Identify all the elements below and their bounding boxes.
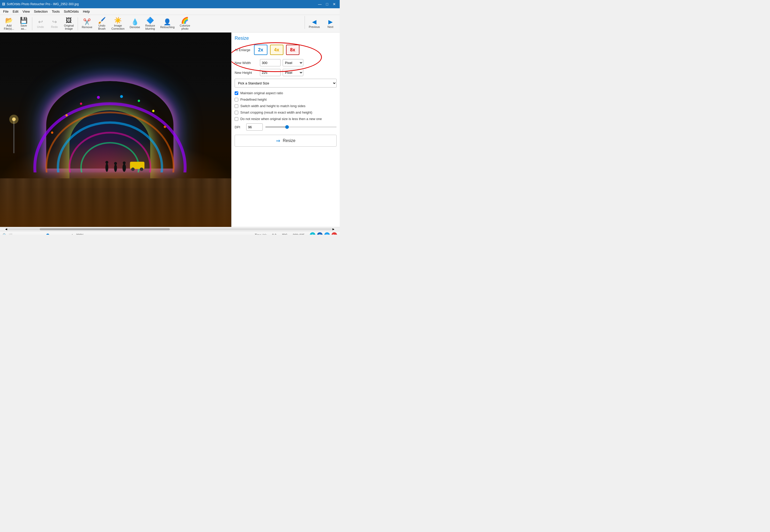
toolbar: 📂 Add File(s)... 💾 Save as... ↩ Undo ↪ R… (0, 15, 340, 33)
status-icon-left: 🔍 (3, 233, 7, 235)
checkbox-switch-sides: Switch width and height to match long si… (235, 104, 337, 108)
toolbar-sep-2 (78, 17, 78, 30)
ai-enlarge-row: AI Enlarge 2x 4x 8x (235, 45, 337, 55)
switch-sides-checkbox[interactable] (235, 104, 238, 108)
zoom-icon-square: ⬜ (9, 233, 12, 235)
add-files-button[interactable]: 📂 Add File(s)... (2, 16, 17, 31)
maintain-ratio-checkbox[interactable] (235, 91, 238, 95)
resize-action-button[interactable]: ⇒ Resize (235, 135, 337, 147)
status-icon-youtube[interactable]: ▶ (331, 232, 337, 235)
svg-point-10 (138, 100, 140, 102)
status-icon-twitter[interactable]: t (324, 232, 330, 235)
no-resize-checkbox[interactable] (235, 117, 238, 121)
time-label: Time (s): (255, 233, 267, 235)
dpi-input[interactable] (246, 123, 263, 131)
redo-button[interactable]: ↪ Redo (48, 16, 61, 31)
undo-brush-icon: 🖌️ (98, 17, 106, 23)
previous-label: Previous (309, 25, 320, 28)
menu-edit[interactable]: Edit (11, 9, 20, 14)
enlarge-4x-button[interactable]: 4x (270, 45, 283, 55)
reduce-blurring-button[interactable]: 🔷 Reduce blurring (143, 16, 157, 31)
zoom-minus[interactable]: − (14, 233, 16, 235)
undo-button[interactable]: ↩ Undo (34, 16, 47, 31)
undo-label: Undo (37, 25, 44, 28)
svg-point-21 (123, 162, 126, 164)
menu-selection[interactable]: Selection (32, 9, 50, 14)
status-icon-info[interactable]: ℹ (310, 232, 315, 235)
denoise-button[interactable]: 💧 Denoise (127, 16, 142, 31)
scroll-right-arrow[interactable]: ▶ (332, 228, 335, 231)
maximize-button[interactable]: □ (324, 1, 330, 7)
dpi-slider-thumb[interactable] (285, 125, 289, 129)
dpi-row: DPI (235, 123, 337, 131)
dpi-slider[interactable] (265, 126, 337, 128)
svg-point-6 (65, 114, 68, 116)
colorize-icon: 🌈 (181, 17, 189, 23)
svg-point-23 (131, 168, 134, 171)
redo-label: Redo (51, 25, 58, 28)
toolbar-sep-1 (32, 17, 32, 30)
save-as-button[interactable]: 💾 Save as... (17, 16, 30, 31)
status-icon-facebook[interactable]: f (317, 232, 323, 235)
svg-point-7 (80, 102, 82, 105)
menu-file[interactable]: File (1, 9, 11, 14)
toolbar-nav: ◀ Previous ▶ Next (304, 16, 338, 31)
svg-point-24 (140, 168, 143, 171)
main-area: Resize AI Enlarge 2x 4x 8x New Width Pix… (0, 33, 340, 227)
lamp-left (5, 101, 23, 169)
status-social-icons: ℹ f t ▶ (310, 232, 337, 235)
menu-view[interactable]: View (20, 9, 32, 14)
remove-button[interactable]: ✂️ Remove (80, 16, 95, 31)
add-files-label: Add File(s)... (4, 24, 14, 30)
predefined-height-checkbox[interactable] (235, 98, 238, 101)
scroll-track[interactable] (7, 228, 332, 230)
menu-help[interactable]: Help (81, 9, 92, 14)
window-title: SoftOrbits Photo Retoucher Pro - IMG_295… (7, 2, 79, 6)
next-button[interactable]: ▶ Next (323, 16, 338, 31)
previous-button[interactable]: ◀ Previous (306, 16, 322, 31)
save-as-icon: 💾 (20, 17, 28, 23)
zoom-slider[interactable] (18, 235, 69, 235)
scroll-thumb[interactable] (40, 228, 170, 230)
svg-point-16 (106, 163, 108, 172)
menu-tools[interactable]: Tools (50, 9, 62, 14)
original-image-button[interactable]: 🖼 Original Image (62, 16, 76, 31)
svg-point-11 (152, 110, 154, 112)
original-image-label: Original Image (64, 24, 74, 30)
scroll-left-arrow[interactable]: ◀ (5, 228, 7, 231)
next-icon: ▶ (328, 19, 333, 25)
minimize-button[interactable]: — (316, 1, 323, 7)
checkbox-predefined-height: Predefined height (235, 98, 337, 101)
people-silhouettes (92, 139, 150, 178)
enlarge-8x-button[interactable]: 8x (286, 45, 299, 55)
canvas-area[interactable] (0, 33, 231, 227)
smart-crop-checkbox[interactable] (235, 111, 238, 114)
height-unit-select[interactable]: Pixel Percent Inch cm (283, 69, 303, 76)
zoom-thumb[interactable] (46, 234, 49, 235)
enlarge-2x-button[interactable]: 2x (254, 45, 267, 55)
no-resize-label[interactable]: Do not resize when original size is less… (240, 117, 322, 121)
image-correction-button[interactable]: ☀️ Image Correction (109, 16, 127, 31)
colorize-photo-button[interactable]: 🌈 Colorize photo (177, 16, 192, 31)
dpi-slider-track (265, 126, 287, 128)
svg-point-19 (114, 162, 117, 165)
smart-crop-label[interactable]: Smart cropping (result in exact width an… (240, 110, 312, 114)
panel-title: Resize (235, 36, 337, 41)
menu-bar: File Edit View Selection Tools SoftOrbit… (0, 8, 340, 15)
colorize-label: Colorize photo (180, 24, 190, 30)
width-input[interactable] (260, 59, 281, 66)
standard-size-select[interactable]: Pick a Standard Size (235, 79, 337, 88)
maintain-ratio-label[interactable]: Maintain original aspect ratio (240, 91, 283, 95)
predefined-height-label[interactable]: Predefined height (240, 98, 267, 101)
reduce-blurring-label: Reduce blurring (145, 24, 155, 30)
retouching-button[interactable]: 👤 Retouching (158, 16, 177, 31)
close-button[interactable]: ✕ (331, 1, 338, 7)
undo-icon: ↩ (38, 19, 43, 25)
switch-sides-label[interactable]: Switch width and height to match long si… (240, 104, 305, 108)
height-input[interactable] (260, 69, 281, 76)
undo-brush-button[interactable]: 🖌️ Undo Brush (95, 16, 109, 31)
remove-icon: ✂️ (83, 19, 91, 25)
menu-softorbits[interactable]: SoftOrbits (62, 9, 81, 14)
width-unit-select[interactable]: Pixel Percent Inch cm (283, 59, 303, 66)
zoom-plus[interactable]: + (71, 233, 73, 235)
